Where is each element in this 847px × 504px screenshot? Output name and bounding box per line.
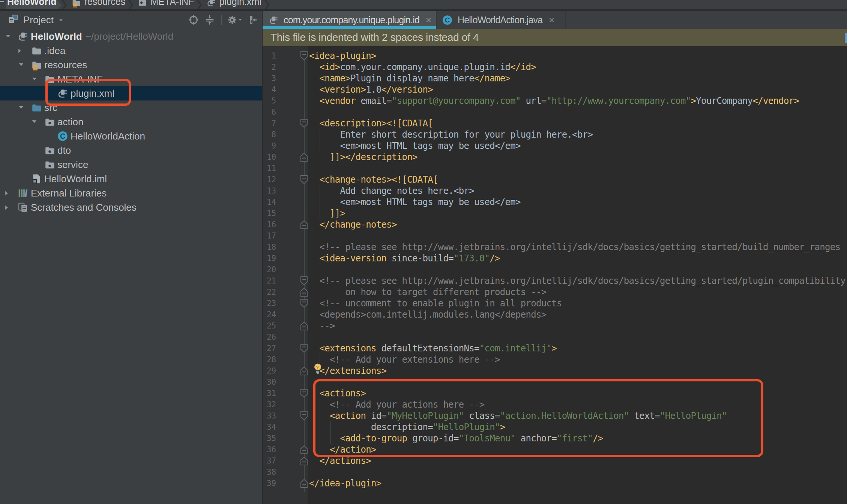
code-line-4[interactable]: <version>1.0</version> (309, 84, 847, 95)
tree-item-action[interactable]: action (0, 115, 262, 129)
code-line-14[interactable]: <em>most HTML tags may be used</em> (309, 196, 847, 208)
breadcrumb-bar: HelloWorldresourcesMETA-INFplugin.xml (0, 0, 847, 10)
token-attr: since-build= (386, 253, 454, 264)
chevron-down-icon[interactable] (31, 72, 38, 86)
chevron-right-icon[interactable] (18, 44, 23, 58)
code-line-21[interactable]: <!-- please see http://www.jetbrains.org… (309, 275, 847, 286)
active-tab-underline (263, 26, 436, 29)
tree-item-meta-inf[interactable]: META-INF (0, 72, 262, 86)
fold-end-icon[interactable] (300, 366, 309, 376)
code-line-1[interactable]: <idea-plugin> (309, 50, 847, 62)
breadcrumb-item-plugin-xml[interactable]: plugin.xml (203, 0, 264, 10)
resources-folder-icon (31, 58, 42, 72)
chevron-down-icon[interactable] (18, 58, 25, 72)
chevron-right-icon[interactable] (5, 186, 10, 200)
line-number: 21 (263, 275, 276, 286)
code-line-22[interactable]: on how to target different products --> (309, 286, 847, 298)
code-line-9[interactable]: <em>most HTML tags may be used</em> (309, 140, 847, 152)
code-line-39[interactable]: </idea-plugin> (309, 478, 847, 489)
tree-item-external-libraries[interactable]: External Libraries (0, 186, 262, 200)
collapse-all-button[interactable] (204, 14, 215, 26)
tree-item-helloworldaction[interactable]: CHelloWorldAction (0, 129, 262, 143)
banner-message: This file is indented with 2 spaces inst… (270, 29, 479, 46)
token-tag: <change-notes><![CDATA[ (309, 174, 438, 185)
scratches-icon (17, 200, 29, 214)
code-line-23[interactable]: <!-- uncomment to enable plugin in all p… (309, 298, 847, 309)
close-icon[interactable] (548, 16, 556, 24)
tree-item-resources[interactable]: resources (0, 58, 262, 72)
token-tag: <description><![CDATA[ (309, 118, 433, 129)
code-line-26[interactable] (309, 332, 847, 343)
code-line-5[interactable]: <vendor email="support@yourcompany.com" … (309, 95, 847, 106)
code-line-29[interactable]: </extensions> (309, 365, 847, 376)
fold-start-icon[interactable] (300, 344, 309, 353)
code-line-11[interactable] (309, 163, 847, 174)
fold-start-icon[interactable] (300, 175, 309, 184)
code-line-16[interactable]: </change-notes> (309, 219, 847, 230)
chevron-down-icon[interactable] (31, 115, 38, 129)
code-line-25[interactable]: --> (309, 320, 847, 332)
code-line-13[interactable]: Add change notes here.<br> (309, 185, 847, 196)
line-number: 27 (263, 343, 276, 354)
intention-bulb-icon[interactable] (314, 363, 323, 377)
tree-item-plugin-xml[interactable]: plugin.xml (0, 86, 262, 100)
tree-item-scratches-and-consoles[interactable]: Scratches and Consoles (0, 200, 262, 214)
editor-tab-2[interactable]: CHelloWorldAction.java (436, 11, 565, 29)
code-line-2[interactable]: <id>com.your.company.unique.plugin.id</i… (309, 62, 847, 73)
tree-item-src[interactable]: src (0, 100, 262, 115)
fold-start-icon[interactable] (300, 388, 309, 398)
code-line-15[interactable]: ]]> (309, 208, 847, 219)
chevron-down-icon[interactable] (5, 29, 12, 44)
fold-start-icon[interactable] (300, 411, 309, 421)
fold-end-icon[interactable] (300, 152, 309, 162)
locate-button[interactable] (188, 14, 199, 26)
tree-item--idea[interactable]: .idea (0, 44, 262, 58)
project-panel-title[interactable]: Project (23, 14, 54, 26)
code-line-7[interactable]: <description><![CDATA[ (309, 118, 847, 129)
tree-item-helloworld[interactable]: HelloWorld~/project/HelloWorld (0, 29, 262, 44)
line-number: 2 (263, 62, 276, 73)
close-icon[interactable] (425, 16, 433, 24)
code-line-27[interactable]: <extensions defaultExtensionNs="com.inte… (309, 343, 847, 354)
tree-item-service[interactable]: service (0, 158, 262, 172)
breadcrumb-item-resources[interactable]: resources (68, 0, 128, 10)
tree-item-dto[interactable]: dto (0, 143, 262, 158)
tree-item-label: resources (44, 58, 87, 72)
chevron-right-icon[interactable] (5, 200, 10, 214)
code-line-17[interactable] (309, 230, 847, 242)
settings-gear-button[interactable] (227, 14, 243, 26)
code-line-6[interactable] (309, 106, 847, 118)
chevron-down-icon[interactable] (58, 17, 64, 24)
breadcrumb-label: resources (84, 0, 125, 8)
line-number: 32 (263, 399, 276, 410)
banner-action-link[interactable] (845, 33, 847, 43)
code-line-20[interactable] (309, 264, 847, 275)
fold-end-icon[interactable] (300, 478, 309, 488)
fold-end-icon[interactable] (300, 287, 309, 297)
code-line-3[interactable]: <name>Plugin display name here</name> (309, 73, 847, 84)
chevron-down-icon[interactable] (18, 100, 25, 115)
project-tool-window: Project HelloWorld~/project/HelloWorld.i… (0, 11, 262, 504)
fold-end-icon[interactable] (300, 456, 309, 466)
breadcrumb-item-meta-inf[interactable]: META-INF (134, 0, 197, 10)
token-cmt: --> (309, 321, 335, 331)
fold-end-icon[interactable] (300, 445, 309, 454)
code-line-24[interactable]: <depends>com.intellij.modules.lang</depe… (309, 309, 847, 320)
code-line-12[interactable]: <change-notes><![CDATA[ (309, 174, 847, 185)
hide-panel-button[interactable] (248, 14, 259, 26)
fold-end-icon[interactable] (300, 220, 309, 230)
code-line-8[interactable]: Enter short description for your plugin … (309, 129, 847, 140)
fold-start-icon[interactable] (300, 118, 309, 128)
code-line-28[interactable]: <!-- Add your extensions here --> (309, 354, 847, 365)
fold-end-icon[interactable] (300, 321, 309, 331)
code-line-38[interactable] (309, 466, 847, 478)
code-editor[interactable]: 1234567891011121314151617181920212223242… (263, 46, 847, 504)
code-line-19[interactable]: <idea-version since-build="173.0"/> (309, 253, 847, 264)
code-line-10[interactable]: ]]></description> (309, 152, 847, 163)
code-line-18[interactable]: <!-- please see http://www.jetbrains.org… (309, 242, 847, 253)
fold-start-icon[interactable] (300, 298, 309, 308)
fold-start-icon[interactable] (300, 276, 309, 286)
tree-item-helloworld-iml[interactable]: HelloWorld.iml (0, 172, 262, 186)
breadcrumb-item-helloworld[interactable]: HelloWorld (6, 0, 62, 10)
fold-start-icon[interactable] (300, 51, 309, 61)
